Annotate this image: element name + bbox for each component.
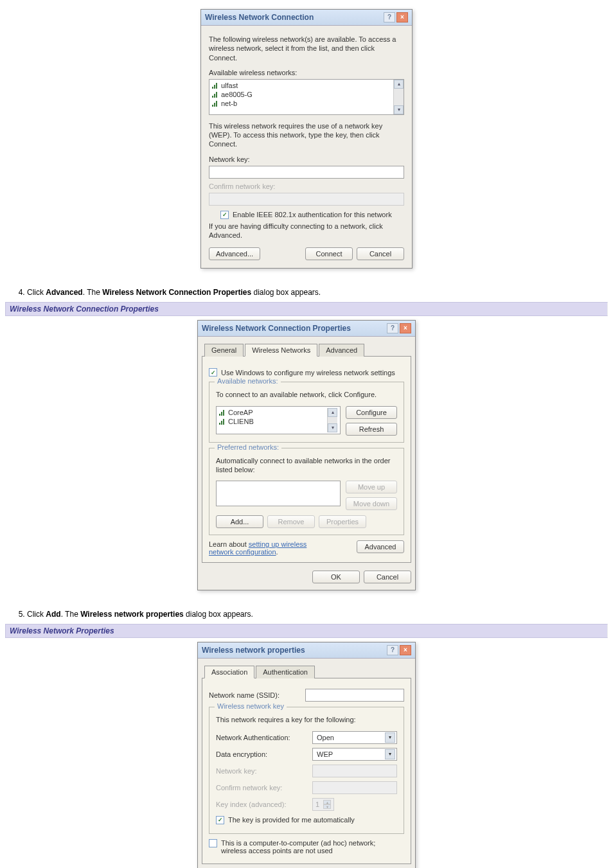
available-text: To connect to an available network, clic… xyxy=(216,390,397,399)
dialog-titlebar: Wireless Network Connection Properties ?… xyxy=(198,321,415,337)
dialog-title: Wireless network properties xyxy=(202,646,305,655)
wkey-text: This network requires a key for the foll… xyxy=(216,715,397,724)
section-header-2: Wireless Network Properties xyxy=(5,624,608,638)
refresh-button[interactable]: Refresh xyxy=(346,423,397,436)
list-item[interactable]: CLIENB xyxy=(219,417,327,426)
connection-properties-dialog: Wireless Network Connection Properties ?… xyxy=(197,320,416,590)
cancel-button[interactable]: Cancel xyxy=(357,247,404,260)
cancel-button[interactable]: Cancel xyxy=(364,571,411,583)
available-networks-list[interactable]: ulfast ae8005-G net-b ▴ ▾ xyxy=(209,79,404,115)
section-header-1: Wireless Network Connection Properties xyxy=(5,302,608,316)
scroll-down-icon[interactable]: ▾ xyxy=(328,423,337,432)
dialog-intro-text: The following wireless network(s) are av… xyxy=(209,35,404,62)
close-button[interactable]: × xyxy=(400,323,411,333)
use-windows-label: Use Windows to configure my wireless net… xyxy=(221,369,395,376)
keyindex-label: Key index (advanced): xyxy=(216,801,312,808)
tab-authentication[interactable]: Authentication xyxy=(256,666,315,678)
tabs: General Wireless Networks Advanced xyxy=(202,343,411,357)
difficulty-text: If you are having difficulty connecting … xyxy=(209,222,404,240)
help-button[interactable]: ? xyxy=(384,12,395,22)
list-item[interactable]: ae8005-G xyxy=(212,90,391,99)
tabs: Association Authentication xyxy=(202,665,411,678)
tab-association[interactable]: Association xyxy=(204,666,254,678)
signal-icon xyxy=(212,91,218,98)
chevron-down-icon: ▾ xyxy=(385,732,395,743)
enable-8021x-checkbox[interactable]: ✓ xyxy=(220,211,229,219)
list-item[interactable]: ulfast xyxy=(212,81,391,90)
network-properties-dialog: Wireless network properties ? × Associat… xyxy=(197,642,416,868)
step-4: Click Advanced. The Wireless Network Con… xyxy=(27,288,608,297)
available-networks-fieldset: Available networks: To connect to an ava… xyxy=(209,382,404,442)
signal-icon xyxy=(212,82,218,89)
dialog-title: Wireless Network Connection Properties xyxy=(202,324,351,333)
close-button[interactable]: × xyxy=(396,12,408,22)
tab-wireless-networks[interactable]: Wireless Networks xyxy=(245,344,317,357)
preferred-networks-fieldset: Preferred networks: Automatically connec… xyxy=(209,448,404,536)
signal-icon xyxy=(219,418,226,425)
preferred-networks-list[interactable] xyxy=(216,481,341,506)
key-provided-checkbox[interactable]: ✓ xyxy=(216,816,224,824)
keyindex-spinner: 1 ▴▾ xyxy=(312,798,334,811)
auth-label: Network Authentication: xyxy=(216,734,312,741)
advanced-button[interactable]: Advanced xyxy=(357,540,404,553)
scroll-down-icon[interactable]: ▾ xyxy=(394,105,404,114)
adhoc-label: This is a computer-to-computer (ad hoc) … xyxy=(221,839,388,855)
chevron-down-icon: ▾ xyxy=(385,749,395,759)
tab-general[interactable]: General xyxy=(204,344,244,357)
network-key-input[interactable] xyxy=(209,166,404,179)
preferred-legend: Preferred networks: xyxy=(215,443,281,451)
confirm-key-input xyxy=(209,193,404,206)
adhoc-checkbox[interactable]: ✓ xyxy=(209,839,217,847)
scroll-up-icon[interactable]: ▴ xyxy=(328,408,337,417)
configure-button[interactable]: Configure xyxy=(346,406,397,419)
dialog-titlebar: Wireless Network Connection ? × xyxy=(201,10,412,26)
signal-icon xyxy=(212,100,218,107)
key-provided-label: The key is provided for me automatically xyxy=(228,816,355,824)
available-networks-label: Available wireless networks: xyxy=(209,69,404,76)
wireless-key-fieldset: Wireless network key This network requir… xyxy=(209,707,404,833)
advanced-button[interactable]: Advanced... xyxy=(209,247,260,260)
available-networks-list[interactable]: CoreAP CLIENB ▴ ▾ xyxy=(216,406,341,434)
close-button[interactable]: × xyxy=(400,645,411,655)
ok-button[interactable]: OK xyxy=(312,571,360,583)
wireless-connection-dialog: Wireless Network Connection ? × The foll… xyxy=(200,9,413,269)
list-item[interactable]: CoreAP xyxy=(219,408,327,417)
help-button[interactable]: ? xyxy=(387,645,398,655)
preferred-text: Automatically connect to available netwo… xyxy=(216,456,397,475)
add-button[interactable]: Add... xyxy=(216,515,263,528)
confirm-key-input xyxy=(312,781,397,794)
ssid-label: Network name (SSID): xyxy=(209,691,305,699)
properties-button[interactable]: Properties xyxy=(319,515,366,528)
use-windows-checkbox[interactable]: ✓ xyxy=(209,368,217,376)
remove-button[interactable]: Remove xyxy=(267,515,315,528)
enable-8021x-label: Enable IEEE 802.1x authentication for th… xyxy=(233,211,392,218)
connect-button[interactable]: Connect xyxy=(305,247,353,260)
network-key-input xyxy=(312,765,397,777)
scroll-up-icon[interactable]: ▴ xyxy=(394,80,404,89)
network-key-label: Network key: xyxy=(216,767,312,775)
scrollbar[interactable]: ▴ ▾ xyxy=(393,80,404,114)
list-item[interactable]: net-b xyxy=(212,99,391,108)
auth-select[interactable]: Open ▾ xyxy=(312,731,397,744)
encryption-label: Data encryption: xyxy=(216,750,312,758)
confirm-key-label: Confirm network key: xyxy=(216,784,312,792)
move-down-button[interactable]: Move down xyxy=(346,497,397,510)
dialog-title: Wireless Network Connection xyxy=(205,13,314,22)
wkey-legend: Wireless network key xyxy=(215,702,287,710)
tab-advanced[interactable]: Advanced xyxy=(319,344,364,357)
scrollbar[interactable]: ▴ ▾ xyxy=(327,408,337,432)
dialog-titlebar: Wireless network properties ? × xyxy=(198,642,415,659)
signal-icon xyxy=(219,409,226,416)
help-button[interactable]: ? xyxy=(387,323,398,333)
move-up-button[interactable]: Move up xyxy=(346,481,397,493)
step-5: Click Add. The Wireless network properti… xyxy=(27,610,608,619)
network-key-label: Network key: xyxy=(209,155,404,163)
encryption-select[interactable]: WEP ▾ xyxy=(312,748,397,761)
available-legend: Available networks: xyxy=(215,377,281,385)
wep-info-text: This wireless network requires the use o… xyxy=(209,121,404,149)
confirm-key-label: Confirm network key: xyxy=(209,182,404,190)
ssid-input[interactable] xyxy=(305,689,404,702)
learn-about-text: Learn about setting up wireless network … xyxy=(209,540,331,556)
